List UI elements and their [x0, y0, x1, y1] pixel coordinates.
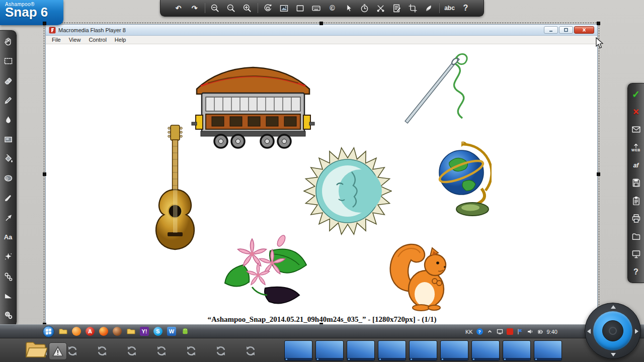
hand-tool-icon[interactable]	[1, 35, 15, 48]
email-icon[interactable]	[629, 123, 643, 136]
web-upload-icon[interactable]: WEB	[629, 141, 643, 154]
capture-thumbnail[interactable]	[284, 340, 312, 361]
wheel-left-arrow-icon[interactable]	[587, 329, 591, 334]
undo-icon[interactable]: ↶	[172, 2, 186, 15]
taskbar-app-skype[interactable]: S	[153, 327, 163, 336]
tray-help-icon[interactable]: ?	[476, 328, 483, 335]
capture-thumbnail[interactable]	[503, 340, 531, 361]
curve-ramp-icon[interactable]	[1, 289, 15, 302]
wheel-up-arrow-icon[interactable]	[611, 305, 616, 309]
brush-icon[interactable]	[1, 192, 15, 205]
sidebar-help-icon[interactable]: ?	[629, 265, 643, 279]
numbering-stamp-icon[interactable]	[1, 269, 15, 283]
wheel-down-arrow-icon[interactable]	[611, 353, 616, 356]
maximize-button[interactable]	[559, 26, 573, 34]
menu-file[interactable]: File	[48, 36, 65, 43]
pencil-icon[interactable]	[1, 94, 15, 107]
capture-thumbnail[interactable]	[409, 340, 437, 361]
close-button[interactable]	[574, 26, 594, 34]
taskbar-app-yahoo[interactable]: Y!	[140, 327, 149, 336]
resize-handle-ne[interactable]	[597, 22, 600, 25]
resize-handle-w[interactable]	[43, 172, 46, 176]
taskbar-app-folder[interactable]	[58, 327, 67, 336]
capture-thumbnail[interactable]	[347, 340, 375, 361]
menu-help[interactable]: Help	[111, 36, 130, 43]
recapture-icon[interactable]	[261, 2, 275, 15]
pending-capture-slot[interactable]	[149, 341, 174, 360]
text-edit-icon[interactable]: af	[629, 159, 643, 172]
capture-thumbnail[interactable]	[378, 340, 406, 361]
language-indicator[interactable]: KK	[465, 329, 473, 335]
clipboard-icon[interactable]	[629, 194, 643, 207]
zoom-in-icon[interactable]	[240, 2, 255, 15]
menu-view[interactable]: View	[65, 36, 85, 43]
navigation-wheel[interactable]	[585, 303, 641, 359]
notes-icon[interactable]	[390, 2, 404, 15]
fill-bucket-icon[interactable]	[1, 152, 15, 165]
output-folder-icon[interactable]	[25, 339, 47, 361]
accept-icon[interactable]: ✓	[629, 87, 643, 101]
shape-palette-icon[interactable]	[1, 172, 15, 185]
blur-droplet-icon[interactable]	[1, 113, 15, 126]
save-icon[interactable]	[629, 176, 643, 190]
capture-thumbnail[interactable]	[440, 340, 468, 361]
shade-rect-icon[interactable]	[1, 133, 15, 146]
start-button[interactable]	[43, 326, 54, 337]
tray-power-icon[interactable]	[537, 328, 543, 335]
capture-thumbnail[interactable]	[534, 340, 562, 361]
taskbar-app-word[interactable]: W	[167, 327, 176, 336]
pen-select-icon[interactable]	[422, 2, 436, 15]
text-tool-icon[interactable]: Aa	[1, 230, 15, 243]
new-capture-icon[interactable]	[629, 248, 643, 261]
menu-control[interactable]: Control	[85, 36, 110, 43]
abc-spellcheck-icon[interactable]: abc	[443, 2, 457, 15]
effects-star-icon[interactable]	[1, 250, 15, 263]
resize-handle-e[interactable]	[597, 172, 600, 176]
minimize-button[interactable]	[544, 26, 558, 34]
resize-handle-n[interactable]	[319, 22, 323, 25]
window-titlebar[interactable]: Macromedia Flash Player 8	[46, 25, 597, 36]
warning-icon[interactable]	[49, 342, 67, 360]
copyright-icon[interactable]: ©	[326, 2, 340, 15]
discard-icon[interactable]: ×	[629, 105, 643, 118]
capture-thumbnail[interactable]	[471, 340, 500, 361]
taskbar-app-a[interactable]: A	[86, 327, 95, 336]
taskbar-app-folder2[interactable]	[126, 327, 135, 336]
pending-capture-slot[interactable]	[90, 341, 115, 360]
pending-capture-slot[interactable]	[238, 341, 263, 360]
redo-icon[interactable]: ↷	[188, 2, 202, 15]
windows-taskbar: A Y! S W KK ? 9:40	[0, 324, 644, 338]
frame-icon[interactable]	[293, 2, 307, 15]
keyboard-icon[interactable]	[309, 2, 324, 15]
pending-capture-slot[interactable]	[119, 341, 144, 360]
timer-icon[interactable]	[358, 2, 372, 15]
clock[interactable]: 9:40	[547, 329, 557, 335]
arrow-tool-icon[interactable]	[1, 211, 15, 224]
taskbar-app-android[interactable]	[181, 327, 190, 336]
crop-icon[interactable]	[406, 2, 420, 15]
zoom-100-icon[interactable]	[224, 2, 238, 15]
help-icon[interactable]: ?	[459, 2, 473, 15]
top-toolbar: ↶ ↷ © abc ?	[160, 0, 484, 17]
resize-handle-nw[interactable]	[43, 22, 46, 25]
tray-flag-icon[interactable]	[517, 328, 523, 335]
taskbar-app-amber[interactable]	[113, 327, 122, 336]
zoom-out-icon[interactable]	[208, 2, 222, 15]
tray-volume-icon[interactable]	[527, 328, 533, 335]
marquee-select-icon[interactable]	[1, 55, 15, 68]
tray-display-icon[interactable]	[497, 328, 503, 335]
tools-icon[interactable]	[374, 2, 388, 15]
wheel-right-arrow-icon[interactable]	[635, 329, 638, 334]
taskbar-app-media-player[interactable]	[72, 327, 81, 336]
print-icon[interactable]	[629, 212, 643, 225]
folder-icon[interactable]	[629, 230, 643, 243]
pending-capture-slot[interactable]	[179, 341, 204, 360]
taskbar-app-firefox[interactable]	[99, 327, 108, 336]
screenshot-image-icon[interactable]	[277, 2, 291, 15]
cursor-tool-icon[interactable]	[342, 2, 356, 15]
eraser-icon[interactable]	[1, 74, 15, 87]
tray-antivirus-icon[interactable]	[507, 328, 513, 335]
capture-thumbnail[interactable]	[315, 340, 344, 361]
tray-expand-icon[interactable]	[487, 328, 493, 335]
pending-capture-slot[interactable]	[208, 341, 233, 360]
